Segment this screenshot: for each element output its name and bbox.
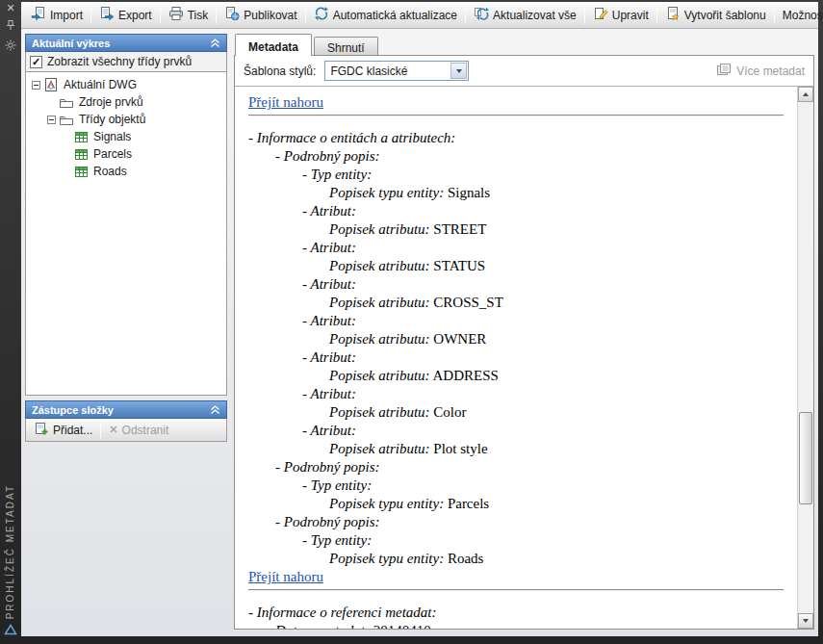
print-button[interactable]: Tisk <box>162 4 216 26</box>
dwg-icon <box>43 77 59 92</box>
folder-panel-toolbar: Přidat... ✕ Odstranit <box>25 419 227 442</box>
metadata-line: Popisek atributu: STATUS <box>248 257 784 275</box>
document-row: Přejít nahoru <box>248 568 784 586</box>
more-metadata-button[interactable]: Více metadat <box>716 63 805 79</box>
style-template-combobox[interactable]: FGDC klasické <box>324 61 469 81</box>
metadata-line-value: CROSS_ST <box>430 295 503 310</box>
scroll-up-button[interactable] <box>798 87 813 102</box>
go-to-top-link[interactable]: Přejít nahoru <box>248 569 323 584</box>
tree-item-parcels[interactable]: Parcels <box>26 145 226 163</box>
metadata-line: - Podrobný popis: <box>248 458 784 477</box>
metadata-line: Datum metadat: 20140410 <box>248 622 784 629</box>
metadata-line-label: - Podrobný popis: <box>275 148 380 164</box>
palette-window: ✕ PROHLÍŽEČ METADAT Import Export <box>0 0 823 644</box>
options-button[interactable]: Možnosti <box>776 4 823 26</box>
sidebar: Aktuální výkres ✓ Zobrazit všechny třídy… <box>25 34 227 630</box>
feature-class-icon <box>74 166 89 178</box>
tab-summary[interactable]: Shrnutí <box>314 37 378 55</box>
tree-item-current-dwg[interactable]: Aktuální DWG <box>26 76 226 93</box>
drawing-panel-header[interactable]: Aktuální výkres <box>25 34 227 52</box>
style-template-value: FGDC klasické <box>325 64 450 78</box>
metadata-line: - Atribut: <box>248 422 784 440</box>
metadata-line: Popisek atributu: Color <box>248 403 784 422</box>
metadata-line-value: Parcels <box>444 496 489 511</box>
toolbar-separator <box>584 7 585 24</box>
style-template-row: Šablona stylů: FGDC klasické Více metada… <box>235 56 813 86</box>
more-metadata-icon <box>716 63 732 79</box>
metadata-line: - Informace o referenci metadat: <box>248 604 784 622</box>
edit-button[interactable]: Upravit <box>586 4 656 26</box>
show-all-classes-checkbox[interactable]: ✓ <box>30 56 42 68</box>
metadata-line-label: - Podrobný popis: <box>275 459 380 475</box>
metadata-line: - Atribut: <box>248 202 784 220</box>
metadata-line-label: Popisek typu entity: <box>329 185 444 200</box>
go-to-top-link[interactable]: Přejít nahoru <box>248 94 323 110</box>
tree-item-feature-sources[interactable]: Zdroje prvků <box>26 93 226 111</box>
scroll-thumb[interactable] <box>799 412 812 504</box>
drawing-panel-title: Aktuální výkres <box>32 38 110 49</box>
toolbar-separator <box>100 423 101 438</box>
metadata-line: Popisek typu entity: Signals <box>248 184 784 202</box>
metadata-line-label: - Atribut: <box>302 276 356 292</box>
metadata-line-label: - Informace o referenci metadat: <box>248 605 437 620</box>
folder-panel-header[interactable]: Zástupce složky <box>25 400 227 419</box>
metadata-line-label: Popisek atributu: <box>329 404 430 420</box>
publish-button[interactable]: Publikovat <box>218 4 303 26</box>
create-template-button[interactable]: Vytvořit šablonu <box>658 4 773 26</box>
collapse-chevron-icon[interactable] <box>210 39 220 48</box>
metadata-line-label: - Atribut: <box>302 349 356 365</box>
add-folder-button[interactable]: Přidat... <box>30 419 96 441</box>
metadata-line-label: Datum metadat: <box>275 623 370 629</box>
metadata-line: - Atribut: <box>248 239 784 257</box>
folder-shortcut-panel: Zástupce složky Přidat... ✕ <box>25 400 227 442</box>
main-toolbar: Import Export Tisk Publikovat Automatick… <box>21 2 818 29</box>
metadata-line: Popisek atributu: CROSS_ST <box>248 294 784 312</box>
metadata-line-label: - Atribut: <box>302 386 356 401</box>
metadata-line: Popisek atributu: OWNER <box>248 330 784 348</box>
tree-item-signals[interactable]: Signals <box>26 128 226 145</box>
combo-dropdown-icon[interactable] <box>450 63 467 79</box>
metadata-line-value: 20140410 <box>370 623 431 629</box>
export-button[interactable]: Export <box>92 4 159 26</box>
folder-icon <box>59 114 74 126</box>
import-button[interactable]: Import <box>24 4 90 26</box>
auto-update-button[interactable]: Automatická aktualizace <box>307 4 464 26</box>
metadata-line-label: - Typ entity: <box>302 532 372 548</box>
folder-icon <box>59 96 74 109</box>
feature-class-icon <box>74 148 89 161</box>
metadata-line-label: Popisek atributu: <box>329 368 430 383</box>
remove-folder-icon: ✕ <box>109 424 117 436</box>
metadata-line: - Typ entity: <box>248 531 784 550</box>
vertical-scrollbar[interactable] <box>797 87 813 629</box>
metadata-line: Popisek atributu: ADDRESS <box>248 367 784 385</box>
metadata-line: Popisek atributu: Plot style <box>248 440 784 458</box>
auto-hide-pin-icon[interactable] <box>5 19 16 34</box>
toolbar-separator <box>216 7 217 24</box>
properties-gear-icon[interactable] <box>5 39 16 54</box>
remove-folder-button[interactable]: ✕ Odstranit <box>105 422 172 439</box>
metadata-line-value: Signals <box>444 185 490 200</box>
metadata-line: - Atribut: <box>248 312 784 330</box>
feature-class-icon <box>74 131 89 143</box>
metadata-line-label: - Atribut: <box>302 240 356 255</box>
tree-expander-icon[interactable] <box>32 81 40 90</box>
update-all-icon <box>474 6 489 24</box>
metadata-line-label: Popisek atributu: <box>329 441 430 456</box>
update-all-button[interactable]: Aktualizovat vše <box>467 4 583 26</box>
metadata-line: - Typ entity: <box>248 477 784 495</box>
collapse-chevron-icon[interactable] <box>210 405 220 415</box>
feature-tree: Aktuální DWG Zdroje prvků Třídy objektů <box>25 72 227 396</box>
tree-item-object-classes[interactable]: Třídy objektů <box>26 111 226 128</box>
scroll-down-button[interactable] <box>798 613 813 629</box>
metadata-line: Popisek atributu: STREET <box>248 220 784 239</box>
metadata-line: Popisek typu entity: Parcels <box>248 495 784 513</box>
tree-item-roads[interactable]: Roads <box>26 163 226 180</box>
create-template-icon <box>665 6 681 24</box>
tab-metadata[interactable]: Metadata <box>235 34 312 56</box>
metadata-line-value: STATUS <box>430 258 486 273</box>
show-all-classes-label: Zobrazit všechny třídy prvků <box>47 55 192 68</box>
tree-expander-icon[interactable] <box>47 116 56 124</box>
auto-update-icon <box>314 6 329 24</box>
close-icon[interactable]: ✕ <box>6 3 14 13</box>
folder-panel-title: Zástupce složky <box>32 404 114 416</box>
